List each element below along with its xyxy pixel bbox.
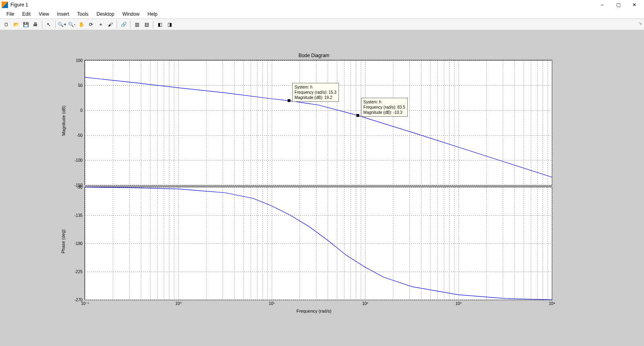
datatip-line: Frequency (rad/s): 83.5 — [363, 105, 405, 110]
insert-colorbar-button[interactable]: ▥ — [132, 20, 141, 29]
dock-button[interactable]: ◧ — [155, 20, 164, 29]
zoom-out-button[interactable]: 🔍- — [67, 20, 76, 29]
toolbar: 🗋 📂 💾 🖶 ↖ 🔍+ 🔍- ✋ ⟳ ⌖ 🖌 🔗 ▥ ▤ ◧ ◨ — [0, 19, 644, 31]
rotate3d-button[interactable]: ⟳ — [87, 20, 95, 29]
phase-axes[interactable]: -270-225-180-135-9010⁻¹10⁰10¹10²10³10⁴ — [85, 187, 552, 300]
toolbar-separator — [153, 21, 153, 29]
menu-file[interactable]: File — [2, 10, 18, 18]
open-button[interactable]: 📂 — [12, 20, 21, 29]
data-cursor-button[interactable]: ⌖ — [96, 20, 105, 29]
new-figure-button[interactable]: 🗋 — [2, 20, 11, 29]
bode-figure: Bode Diagram -150-100-50050100System: hF… — [60, 48, 568, 338]
datatip-line: Frequency (rad/s): 15.3 — [295, 90, 336, 95]
menu-desktop[interactable]: Desktop — [93, 10, 118, 18]
ytick-label: -100 — [66, 158, 83, 163]
ytick-label: -90 — [66, 185, 83, 189]
datatip-line: Magnitude (dB): -10.3 — [363, 110, 405, 115]
ytick-label: -180 — [66, 241, 83, 246]
data-cursor-tooltip[interactable]: System: hFrequency (rad/s): 15.3Magnitud… — [292, 83, 339, 102]
menu-window[interactable]: Window — [118, 10, 144, 18]
ytick-label: -225 — [66, 270, 83, 274]
menu-edit[interactable]: Edit — [18, 10, 35, 18]
menu-help[interactable]: Help — [144, 10, 162, 18]
save-button[interactable]: 💾 — [21, 20, 30, 29]
xtick-label: 10³ — [456, 301, 461, 306]
menu-view[interactable]: View — [35, 10, 53, 18]
datatip-line: Magnitude (dB): 19.2 — [295, 95, 336, 100]
data-cursor-marker[interactable] — [356, 114, 359, 117]
magnitude-axes[interactable]: -150-100-50050100System: hFrequency (rad… — [85, 60, 552, 185]
minimize-button[interactable]: – — [594, 0, 610, 10]
figure-client: Bode Diagram -150-100-50050100System: hF… — [0, 30, 644, 346]
toolbar-separator — [55, 21, 56, 29]
phase-ylabel: Phase (deg) — [61, 229, 66, 253]
ytick-label: 0 — [66, 108, 83, 113]
xtick-label: 10⁴ — [549, 301, 555, 306]
zoom-in-button[interactable]: 🔍+ — [58, 20, 66, 29]
pan-button[interactable]: ✋ — [77, 20, 86, 29]
menu-tools[interactable]: Tools — [73, 10, 93, 18]
frequency-xlabel: Frequency (rad/s) — [60, 309, 568, 313]
link-plot-button[interactable]: 🔗 — [119, 20, 128, 29]
ytick-label: 100 — [66, 58, 83, 63]
ytick-label: -135 — [66, 213, 83, 218]
titlebar: Figure 1 – ▢ ✕ — [0, 0, 644, 10]
data-cursor-marker[interactable] — [287, 99, 290, 102]
window-title: Figure 1 — [10, 2, 28, 8]
xtick-label: 10² — [362, 301, 368, 306]
toolbar-separator — [117, 21, 117, 29]
close-button[interactable]: ✕ — [626, 0, 642, 10]
print-button[interactable]: 🖶 — [31, 20, 40, 29]
xtick-label: 10⁰ — [175, 301, 181, 306]
edit-plot-button[interactable]: ↖ — [44, 20, 53, 29]
ytick-label: -270 — [66, 298, 83, 302]
ytick-label: 50 — [66, 83, 83, 88]
menubar: File Edit View Insert Tools Desktop Wind… — [0, 10, 644, 19]
magnitude-ylabel: Magnitude (dB) — [61, 105, 66, 136]
insert-legend-button[interactable]: ▤ — [142, 20, 151, 29]
data-cursor-tooltip[interactable]: System: hFrequency (rad/s): 83.5Magnitud… — [361, 98, 408, 117]
brush-button[interactable]: 🖌 — [106, 20, 115, 29]
matlab-icon — [2, 2, 8, 8]
xtick-label: 10⁻¹ — [81, 301, 89, 306]
undock-button[interactable]: ◨ — [165, 20, 174, 29]
toolbar-separator — [130, 21, 130, 29]
toolbar-separator — [42, 21, 42, 29]
datatip-line: System: h — [295, 84, 336, 90]
menu-insert[interactable]: Insert — [53, 10, 73, 18]
maximize-button[interactable]: ▢ — [610, 0, 626, 10]
show-plot-tools-button[interactable]: ↘ — [638, 21, 642, 25]
ytick-label: -50 — [66, 133, 83, 138]
plot-title: Bode Diagram — [60, 53, 568, 58]
xtick-label: 10¹ — [269, 301, 275, 306]
datatip-line: System: h — [363, 99, 405, 105]
